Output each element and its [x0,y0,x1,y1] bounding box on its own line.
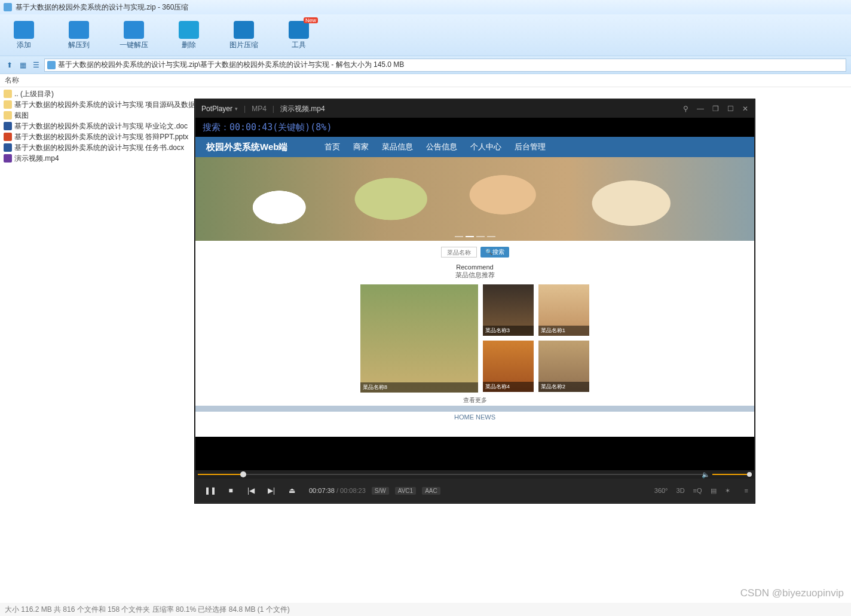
image-compress-icon [234,21,254,39]
column-header-name[interactable]: 名称 [0,74,851,87]
dish-card[interactable]: 菜品名称1 [538,284,589,336]
list-item[interactable]: .. (上级目录) [0,88,851,99]
eject-button[interactable]: ⏏ [283,482,301,499]
next-button[interactable]: ▶| [262,482,280,499]
tools-icon [289,21,309,39]
view-list-icon[interactable]: ☰ [31,60,41,70]
tag-codec: AVC1 [395,487,416,495]
close-icon[interactable]: ✕ [742,105,748,113]
maximize-icon[interactable]: ☐ [727,105,734,113]
dish-card[interactable]: 菜品名称2 [538,341,589,392]
video-icon [4,154,12,163]
aspect-icon[interactable]: ▤ [711,487,717,495]
nav-notice[interactable]: 公告信息 [426,142,457,152]
folder-icon [4,111,12,119]
recommend-grid: 菜品名称8 菜品名称3 菜品名称4 菜品名称1 菜品名称2 [195,280,754,395]
search-input[interactable] [441,247,477,258]
recommend-heading: Recommend 菜品信息推荐 [195,263,754,280]
tb-extract-to[interactable]: 解压到 [61,21,97,50]
webapp-brand: 校园外卖系统Web端 [206,142,287,153]
tag-sw: S/W [372,487,389,495]
folder-icon [4,90,12,98]
tb-delete[interactable]: 删除 [171,21,207,50]
search-row: 🔍搜索 [195,241,754,263]
pin-icon[interactable]: ⚲ [683,105,688,113]
word-icon [4,143,12,152]
watermark: CSDN @biyezuopinvip [740,587,844,599]
minimize-icon[interactable]: — [697,105,704,113]
folder-icon [4,100,12,109]
webapp-nav: 校园外卖系统Web端 首页 商家 菜品信息 公告信息 个人中心 后台管理 [195,137,754,157]
archive-icon [47,61,56,69]
nav-admin[interactable]: 后台管理 [515,142,546,152]
seek-bar[interactable]: 🔈 [195,470,754,479]
app-icon [4,3,12,11]
archive-titlebar: 基于大数据的校园外卖系统的设计与实现.zip - 360压缩 [0,0,851,14]
nav-home[interactable]: 首页 [325,142,340,152]
video-content[interactable]: 校园外卖系统Web端 首页 商家 菜品信息 公告信息 个人中心 后台管理 🔍搜索… [195,137,754,437]
player-controls: ❚❚ ■ |◀ ▶| ⏏ 00:07:38 / 00:08:23 S/W AVC… [195,479,754,502]
view-icons-icon[interactable]: ▦ [18,60,27,70]
seek-knob[interactable] [240,471,246,477]
status-bar: 大小 116.2 MB 共 816 个文件和 158 个文件夹 压缩率 80.1… [0,603,851,616]
section-divider [195,406,754,412]
path-bar: ⬆ ▦ ☰ 基于大数据的校园外卖系统的设计与实现.zip\基于大数据的校园外卖系… [0,56,851,74]
search-button[interactable]: 🔍搜索 [480,247,509,258]
zoom-icon[interactable]: ≡Q [693,487,702,494]
time-display: 00:07:38 / 00:08:23 [309,487,366,494]
potplayer-window: PotPlayer ▾ | MP4 | 演示视频.mp4 ⚲ — ❐ ☐ ✕ 搜… [195,99,755,503]
ppt-icon [4,133,12,141]
folder-flash-icon [124,21,144,39]
dish-card-large[interactable]: 菜品名称8 [360,284,478,393]
video-letterbox [195,437,754,470]
home-news-heading: HOME NEWS [195,412,754,422]
path-input[interactable]: 基于大数据的校园外卖系统的设计与实现.zip\基于大数据的校园外卖系统的设计与实… [44,59,846,72]
tag-audio: AAC [422,487,440,495]
prev-button[interactable]: |◀ [242,482,260,499]
hero-banner [195,157,754,241]
seek-overlay-text: 搜索：00:00:43(关键帧)(8%) [195,118,754,137]
player-filename: 演示视频.mp4 [280,104,325,114]
nav-profile[interactable]: 个人中心 [470,142,501,152]
restore-icon[interactable]: ❐ [712,105,719,113]
volume-icon[interactable]: 🔈 [702,471,710,479]
plus-icon [14,21,34,39]
carousel-dots[interactable] [455,236,495,237]
trash-icon [179,21,199,39]
view-more-link[interactable]: 查看更多 [195,395,754,406]
tb-one-click[interactable]: 一键解压 [116,21,152,50]
folder-arrow-icon [69,21,89,39]
word-icon [4,122,12,130]
nav-merchant[interactable]: 商家 [353,142,369,152]
vr-icon[interactable]: 360° [654,487,668,494]
new-badge: New [304,17,318,23]
dish-card[interactable]: 菜品名称3 [483,284,534,336]
dish-card[interactable]: 菜品名称4 [483,341,534,392]
window-title: 基于大数据的校园外卖系统的设计与实现.zip - 360压缩 [16,2,188,13]
player-app-name: PotPlayer ▾ [201,105,238,113]
volume-knob[interactable] [747,472,752,477]
3d-icon[interactable]: 3D [676,487,685,494]
archive-toolbar: 添加 解压到 一键解压 删除 图片压缩 New工具 [0,14,851,56]
player-titlebar[interactable]: PotPlayer ▾ | MP4 | 演示视频.mp4 ⚲ — ❐ ☐ ✕ [195,100,754,118]
tb-tools[interactable]: New工具 [281,21,317,50]
settings-icon[interactable]: ✶ [725,487,730,495]
stop-button[interactable]: ■ [222,482,240,499]
nav-up-icon[interactable]: ⬆ [5,60,14,70]
nav-dishes[interactable]: 菜品信息 [382,142,413,152]
playlist-icon[interactable]: ≡ [745,487,748,494]
player-format: MP4 [252,105,267,113]
tb-add[interactable]: 添加 [6,21,42,50]
tb-image-compress[interactable]: 图片压缩 [226,21,262,50]
pause-button[interactable]: ❚❚ [201,482,219,499]
